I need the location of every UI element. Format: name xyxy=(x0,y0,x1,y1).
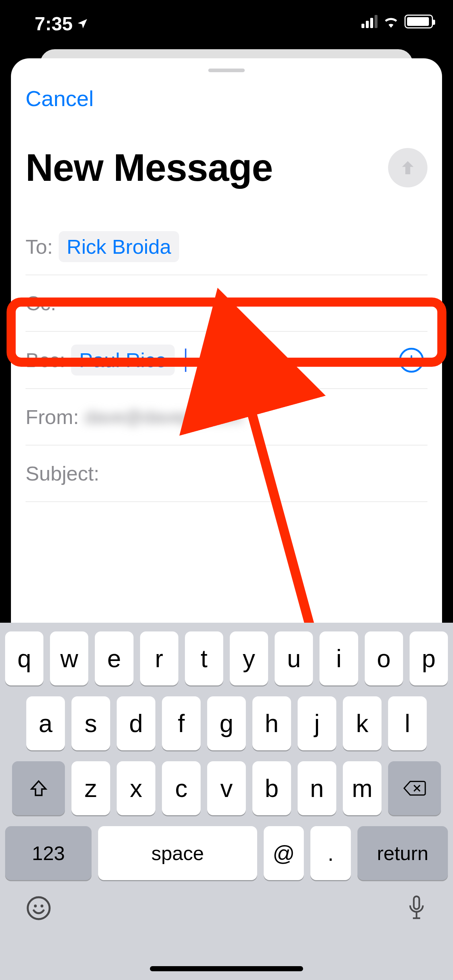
key-m[interactable]: m xyxy=(343,761,381,815)
from-field[interactable]: From: dave@daveph.com xyxy=(26,389,427,445)
dot-key[interactable]: . xyxy=(310,826,351,880)
sheet-grabber[interactable] xyxy=(208,68,245,72)
home-indicator[interactable] xyxy=(150,966,303,971)
key-n[interactable]: n xyxy=(298,761,336,815)
key-i[interactable]: i xyxy=(319,632,358,686)
key-k[interactable]: k xyxy=(343,696,381,750)
key-w[interactable]: w xyxy=(50,632,88,686)
status-time-text: 7:35 xyxy=(35,13,73,35)
key-j[interactable]: j xyxy=(298,696,336,750)
to-contact-chip[interactable]: Rick Broida xyxy=(59,231,179,262)
status-time: 7:35 xyxy=(35,13,89,35)
key-z[interactable]: z xyxy=(72,761,110,815)
dictation-key[interactable] xyxy=(405,894,427,924)
title-row: New Message xyxy=(26,146,427,189)
bcc-contact-chip[interactable]: Paul Rice xyxy=(71,345,175,375)
key-g[interactable]: g xyxy=(207,696,246,750)
emoji-key[interactable] xyxy=(26,895,52,923)
key-y[interactable]: y xyxy=(230,632,268,686)
key-e[interactable]: e xyxy=(95,632,133,686)
subject-label: Subject: xyxy=(26,461,99,485)
key-s[interactable]: s xyxy=(72,696,110,750)
key-f[interactable]: f xyxy=(162,696,201,750)
key-v[interactable]: v xyxy=(207,761,246,815)
key-c[interactable]: c xyxy=(162,761,201,815)
status-right-icons xyxy=(362,14,433,29)
location-icon xyxy=(76,18,89,30)
key-d[interactable]: d xyxy=(117,696,155,750)
cellular-icon xyxy=(362,15,378,28)
keyboard: qwertyuiop asdfghjkl zxcvbnm 123 space @… xyxy=(0,623,453,980)
shift-key[interactable] xyxy=(12,761,65,815)
key-r[interactable]: r xyxy=(140,632,179,686)
key-x[interactable]: x xyxy=(117,761,155,815)
to-field[interactable]: To: Rick Broida xyxy=(26,219,427,275)
key-o[interactable]: o xyxy=(365,632,403,686)
numbers-key[interactable]: 123 xyxy=(5,826,91,880)
svg-point-3 xyxy=(40,905,43,907)
space-key[interactable]: space xyxy=(98,826,257,880)
page-title: New Message xyxy=(26,146,273,189)
wifi-icon xyxy=(383,15,399,28)
at-key[interactable]: @ xyxy=(264,826,304,880)
add-contact-button[interactable] xyxy=(399,348,424,372)
key-t[interactable]: t xyxy=(185,632,223,686)
key-b[interactable]: b xyxy=(252,761,291,815)
return-key[interactable]: return xyxy=(357,826,448,880)
svg-rect-4 xyxy=(414,897,420,909)
from-label: From: xyxy=(26,405,79,429)
bcc-field[interactable]: Bcc: Paul Rice xyxy=(26,332,427,388)
text-cursor xyxy=(185,348,187,372)
from-value: dave@daveph.com xyxy=(85,407,242,428)
phone-frame: 7:35 Cancel New Message xyxy=(0,0,453,980)
cc-label: Cc: xyxy=(26,291,56,315)
svg-point-1 xyxy=(28,897,49,919)
key-l[interactable]: l xyxy=(388,696,427,750)
compose-fields: To: Rick Broida Cc: Bcc: Paul Rice From:… xyxy=(26,219,427,502)
send-button[interactable] xyxy=(388,148,427,188)
bcc-label: Bcc: xyxy=(26,348,65,372)
svg-point-2 xyxy=(34,905,37,907)
cancel-button[interactable]: Cancel xyxy=(26,86,427,111)
key-a[interactable]: a xyxy=(26,696,65,750)
to-label: To: xyxy=(26,235,53,258)
status-bar: 7:35 xyxy=(0,0,453,48)
cc-field[interactable]: Cc: xyxy=(26,275,427,332)
backspace-key[interactable] xyxy=(388,761,441,815)
subject-field[interactable]: Subject: xyxy=(26,445,427,502)
key-p[interactable]: p xyxy=(410,632,448,686)
key-u[interactable]: u xyxy=(274,632,313,686)
battery-icon xyxy=(405,14,433,29)
key-h[interactable]: h xyxy=(252,696,291,750)
key-q[interactable]: q xyxy=(5,632,43,686)
